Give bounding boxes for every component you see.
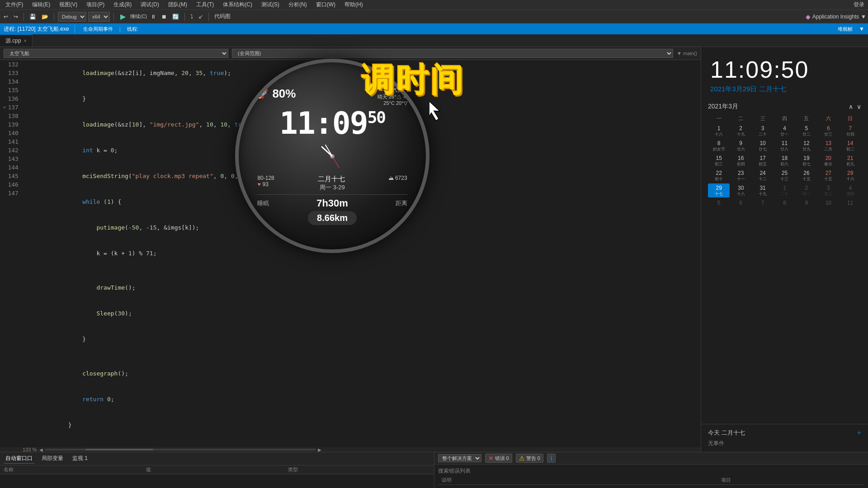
ai-dropdown-icon: ▼ (861, 14, 866, 20)
menu-team[interactable]: 团队(M) (166, 0, 189, 9)
cal-day-11[interactable]: 11廿八 (774, 139, 795, 153)
solution-dropdown[interactable]: 整个解决方案 (438, 454, 481, 462)
codemap-btn[interactable]: 代码图 (212, 12, 232, 21)
step-over[interactable]: ⤵ (189, 13, 195, 21)
cal-day-1[interactable]: 1十八 (708, 124, 730, 138)
line-numbers: 132 133 134 135 136 ▶137 138 139 140 141… (0, 60, 22, 451)
application-insights-label: Application Insights (812, 14, 859, 20)
menu-test[interactable]: 测试(S) (259, 0, 281, 9)
cal-day-7[interactable]: 7廿四 (840, 124, 861, 138)
stop-button[interactable]: ⏹ (160, 13, 169, 21)
menu-file[interactable]: 文件(F) (4, 0, 25, 9)
cal-day-14[interactable]: 14初二 (840, 139, 861, 153)
cal-day-apr-5[interactable]: 5 (708, 198, 730, 206)
menu-login[interactable]: 登录 (854, 1, 864, 9)
cal-day-apr-6[interactable]: 6 (730, 198, 751, 206)
cal-day-18[interactable]: 18初六 (774, 154, 795, 168)
cal-day-5[interactable]: 5廿二 (796, 124, 817, 138)
zoom-in[interactable]: ▶ (318, 447, 321, 452)
auto-window-tab[interactable]: 自动窗口口 (4, 454, 34, 464)
col-name: 名称 (4, 466, 146, 473)
function-select[interactable]: (全局范围) (232, 49, 673, 58)
cal-day-apr-2[interactable]: 2廿一 (796, 183, 817, 197)
cal-day-headers: 一 二 三 四 五 六 日 (708, 114, 861, 123)
menu-build[interactable]: 生成(B) (112, 0, 133, 9)
ln-133: 133 (4, 69, 19, 77)
application-insights-btn[interactable]: ◆ Application Insights ▼ (806, 13, 866, 20)
cal-day-25[interactable]: 25十三 (774, 169, 795, 183)
cal-day-apr-4[interactable]: 4清明 (840, 183, 861, 197)
cal-day-9[interactable]: 9廿六 (730, 139, 751, 153)
menu-view[interactable]: 视图(V) (57, 0, 79, 9)
h-scroll-track[interactable] (45, 449, 316, 450)
cal-day-22[interactable]: 22初十 (708, 169, 730, 183)
cal-day-19[interactable]: 19初七 (796, 154, 817, 168)
menu-help[interactable]: 帮助(H) (343, 0, 365, 9)
menu-debug[interactable]: 调试(D) (139, 0, 161, 9)
lifecycle-btn[interactable]: 生命周期事件 (80, 25, 116, 33)
toolbar-redo[interactable]: ↪ (12, 13, 20, 21)
debug-mode-select[interactable]: Debug (58, 12, 86, 22)
callstack-btn[interactable]: 堆栈帧 (835, 25, 855, 33)
continue-button[interactable]: ▶ (118, 11, 128, 22)
scope-select[interactable]: 太空飞船 (4, 49, 228, 58)
cal-day-31[interactable]: 31十九 (752, 183, 774, 197)
menu-tools[interactable]: 工具(T) (194, 0, 216, 9)
cal-prev[interactable]: ∧ (849, 103, 853, 110)
menu-project[interactable]: 项目(P) (85, 0, 106, 9)
cal-next[interactable]: ∨ (857, 103, 861, 110)
menu-analyze[interactable]: 分析(N) (287, 0, 309, 9)
cal-day-21[interactable]: 21初九 (840, 154, 861, 168)
calendar-grid: 一 二 三 四 五 六 日 1十八 2十九 3二十 4廿一 5廿二 (708, 114, 861, 206)
cal-day-12[interactable]: 12廿九 (796, 139, 817, 153)
thread-btn[interactable]: 线程: (124, 25, 141, 33)
tab-close[interactable]: × (24, 38, 27, 43)
cursor-arrow (429, 95, 452, 122)
cal-day-6[interactable]: 6廿三 (817, 124, 839, 138)
cal-day-apr-1[interactable]: 1二十 (774, 183, 795, 197)
watch-tab[interactable]: 监视 1 (71, 454, 90, 464)
cal-day-29-today[interactable]: 29十七 (708, 183, 730, 197)
cal-day-apr-8[interactable]: 8 (774, 198, 795, 206)
cal-day-20[interactable]: 20春分 (817, 154, 839, 168)
cal-day-2[interactable]: 2十九 (730, 124, 751, 138)
cal-day-3[interactable]: 3二十 (752, 124, 774, 138)
cal-day-24[interactable]: 24十二 (752, 169, 774, 183)
cal-day-17[interactable]: 17初五 (752, 154, 774, 168)
source-tab[interactable]: 源.cpp × (0, 34, 33, 47)
cal-day-26[interactable]: 26十五 (796, 169, 817, 183)
step-into[interactable]: ↙ (197, 13, 205, 21)
menu-window[interactable]: 窗口(W) (314, 0, 337, 9)
cal-day-apr-10[interactable]: 10 (817, 198, 839, 206)
restart-button[interactable]: 🔄 (170, 13, 181, 21)
platform-select[interactable]: x64 (88, 12, 110, 22)
toolbar-undo[interactable]: ↩ (2, 13, 10, 21)
menu-edit[interactable]: 编辑(E) (30, 0, 52, 9)
cal-day-10[interactable]: 10廿七 (752, 139, 774, 153)
steps-icon-row: ⛰ 6723 (388, 175, 407, 181)
add-event-btn[interactable]: + (857, 429, 861, 437)
cal-day-13[interactable]: 13二月 (817, 139, 839, 153)
h-scrollbar[interactable]: 133 % ◀ ▶ (0, 447, 701, 452)
cal-day-4[interactable]: 4廿一 (774, 124, 795, 138)
cal-day-27[interactable]: 27十五 (817, 169, 839, 183)
ln-141: 141 (4, 137, 19, 146)
zoom-out[interactable]: ◀ (39, 447, 43, 452)
toolbar-save[interactable]: 💾 (28, 13, 38, 21)
toolbar-open[interactable]: 📂 (40, 13, 50, 21)
cal-day-16[interactable]: 16初四 (730, 154, 751, 168)
cal-day-apr-11[interactable]: 11 (840, 198, 861, 206)
cal-day-15[interactable]: 15初三 (708, 154, 730, 168)
cal-day-apr-7[interactable]: 7 (752, 198, 774, 206)
cal-day-8[interactable]: 8妇女节 (708, 139, 730, 153)
toolbar: ↩ ↪ 💾 📂 Debug x64 ▶ 继续(C) ⏸ ⏹ 🔄 ⤵ ↙ 代码图 … (0, 10, 868, 23)
locals-tab[interactable]: 局部变量 (40, 454, 65, 464)
pause-button[interactable]: ⏸ (149, 13, 158, 21)
cal-day-28[interactable]: 28十六 (840, 169, 861, 183)
cal-day-apr-3[interactable]: 3廿二 (817, 183, 839, 197)
cal-day-apr-9[interactable]: 9 (796, 198, 817, 206)
bottom-area: 自动窗口口 局部变量 监视 1 名称 值 类型 整个解决方案 ✕ 错误 0 (0, 452, 868, 488)
cal-day-30[interactable]: 30十八 (730, 183, 751, 197)
menu-architecture[interactable]: 体系结构(C) (221, 0, 254, 9)
cal-day-23[interactable]: 23十一 (730, 169, 751, 183)
